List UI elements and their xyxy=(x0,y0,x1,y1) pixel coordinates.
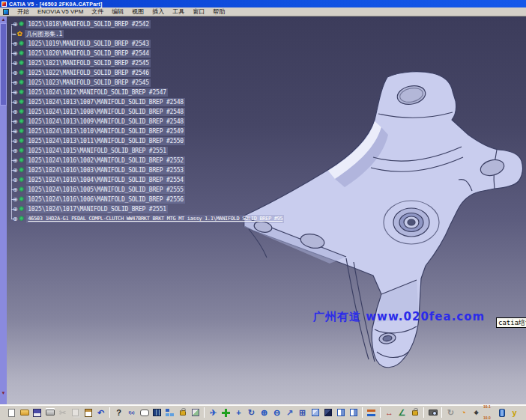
tree-item-label[interactable]: 1025\1022\MANIFOLD_SOLID_BREP #2546 xyxy=(26,69,151,77)
clock-icon[interactable]: ◔ xyxy=(458,407,469,419)
tree-item[interactable]: ⊕✺1025\1024\1016\1004\MANIFOLD_SOLID_BRE… xyxy=(7,175,307,185)
tree-item[interactable]: ⊕✺1025\1023\MANIFOLD_SOLID_BREP #2545 xyxy=(7,78,307,88)
tree-item-label[interactable]: 1025\1024\1013\1010\MANIFOLD_SOLID_BREP … xyxy=(26,127,185,136)
new-document-icon[interactable] xyxy=(6,407,17,419)
tree-item-label[interactable]: 1025\1024\1016\1003\MANIFOLD_SOLID_BREP … xyxy=(26,166,185,174)
tree-item[interactable]: ⊕✺1025\1024\1013\1011\MANIFOLD_SOLID_BRE… xyxy=(7,136,307,146)
menu-item-8[interactable]: 帮助 xyxy=(213,7,225,16)
3d-viewport[interactable]: ▲ ▼ ⊕✺1025\1018\MANIFOLD_SOLID_BREP #254… xyxy=(0,16,526,404)
tree-item[interactable]: ⊕✺1025\1024\1016\1003\MANIFOLD_SOLID_BRE… xyxy=(7,165,307,175)
zoom-out-icon[interactable]: ⊖ xyxy=(271,407,282,419)
expand-node-icon[interactable]: ⊕ xyxy=(13,139,18,144)
iso-view-icon[interactable] xyxy=(309,407,321,419)
menu-item-2[interactable]: 文件 xyxy=(91,7,103,16)
expand-node-icon[interactable]: ⊕ xyxy=(13,216,18,222)
tree-item-selected[interactable]: ⊕✺46503 1HD2A-G1 PEDAL COMPL-CLUTCH WW47… xyxy=(7,214,307,224)
print-icon[interactable] xyxy=(44,407,55,419)
tree-item[interactable]: ⊕✺1025\1024\1013\1009\MANIFOLD_SOLID_BRE… xyxy=(7,117,307,127)
tree-item-label[interactable]: 1025\1024\1015\MANIFOLD_SOLID_BREP #2551 xyxy=(26,147,168,155)
tree-item-label[interactable]: 1025\1024\1016\1002\MANIFOLD_SOLID_BREP … xyxy=(26,156,185,165)
tree-item-label[interactable]: 1025\1024\1013\1007\MANIFOLD_SOLID_BREP … xyxy=(26,98,185,106)
save-icon[interactable] xyxy=(31,407,43,419)
render-style-1-icon[interactable] xyxy=(335,407,346,419)
menu-item-1[interactable]: ENOVIA V5 VPM xyxy=(37,7,83,16)
tree-item-label[interactable]: 1025\1024\1013\1011\MANIFOLD_SOLID_BREP … xyxy=(26,137,185,145)
undo-icon[interactable]: ↶ xyxy=(95,407,106,419)
menu-item-6[interactable]: 工具 xyxy=(172,7,184,16)
tree-item[interactable]: –✿几何图形集.1 xyxy=(7,29,307,39)
tree-item-label[interactable]: 1025\1024\1013\1008\MANIFOLD_SOLID_BREP … xyxy=(26,108,185,116)
scrollbar-thumb[interactable] xyxy=(0,23,7,106)
menu-item-3[interactable]: 编辑 xyxy=(112,7,124,16)
expand-node-icon[interactable]: ⊕ xyxy=(13,51,18,57)
expand-node-icon[interactable]: ⊕ xyxy=(13,197,18,203)
tree-item[interactable]: ⊕✺1025\1024\1012\MANIFOLD_SOLID_BREP #25… xyxy=(7,88,307,97)
shaded-view-icon[interactable] xyxy=(322,407,333,419)
expand-node-icon[interactable]: ⊕ xyxy=(13,207,18,213)
expand-node-icon[interactable]: ⊕ xyxy=(13,129,18,135)
material-icon[interactable] xyxy=(496,407,507,419)
expand-node-icon[interactable]: ⊕ xyxy=(13,22,18,28)
expand-node-icon[interactable]: ⊕ xyxy=(13,187,18,193)
menu-item-0[interactable]: 开始 xyxy=(17,7,29,16)
measure-item-icon[interactable]: ∠ xyxy=(396,407,408,419)
tree-item[interactable]: ⊕✺1025\1024\1016\1006\MANIFOLD_SOLID_BRE… xyxy=(7,195,307,204)
expand-node-icon[interactable]: ⊕ xyxy=(13,168,18,174)
tree-item[interactable]: ⊕✺1025\1024\1013\1010\MANIFOLD_SOLID_BRE… xyxy=(7,127,307,136)
expand-node-icon[interactable]: – xyxy=(13,31,16,37)
chat-icon[interactable] xyxy=(139,407,150,419)
tree-item-label[interactable]: 1025\1019\MANIFOLD_SOLID_BREP #2543 xyxy=(26,40,151,48)
tree-item-label[interactable]: 1025\1024\1017\MANIFOLD_SOLID_BREP #2551 xyxy=(26,205,168,213)
export-icon[interactable] xyxy=(190,407,201,419)
tree-item-label[interactable]: 1025\1024\1016\1004\MANIFOLD_SOLID_BREP … xyxy=(26,176,185,184)
expand-node-icon[interactable]: ⊕ xyxy=(13,119,18,125)
tree-item-label[interactable]: 1025\1020\MANIFOLD_SOLID_BREP #2544 xyxy=(26,49,151,58)
tree-item-label[interactable]: 1025\1024\1016\1005\MANIFOLD_SOLID_BREP … xyxy=(26,186,185,194)
menu-item-7[interactable]: 窗口 xyxy=(193,7,205,16)
expand-node-icon[interactable]: ⊕ xyxy=(13,177,18,183)
multi-view-icon[interactable]: ⊞ xyxy=(297,407,308,419)
tree-item[interactable]: ⊕✺1025\1024\1015\MANIFOLD_SOLID_BREP #25… xyxy=(7,146,307,156)
zoom-in-icon[interactable]: ⊕ xyxy=(259,407,270,419)
lock-icon[interactable] xyxy=(177,407,188,419)
tree-item-label[interactable]: 几何图形集.1 xyxy=(25,30,64,38)
tree-item[interactable]: ⊕✺1025\1024\1013\1007\MANIFOLD_SOLID_BRE… xyxy=(7,97,307,107)
tree-scrollbar[interactable]: ▲ ▼ xyxy=(0,16,7,404)
cut-icon[interactable]: ✂ xyxy=(57,407,68,419)
tree-item-label[interactable]: 1025\1018\MANIFOLD_SOLID_BREP #2542 xyxy=(26,20,151,28)
tree-item[interactable]: ⊕✺1025\1024\1016\1005\MANIFOLD_SOLID_BRE… xyxy=(7,185,307,195)
menu-item-4[interactable]: 视图 xyxy=(132,7,144,16)
expand-node-icon[interactable]: ⊕ xyxy=(13,61,18,67)
tree-item[interactable]: ⊕✺1025\1018\MANIFOLD_SOLID_BREP #2542 xyxy=(7,19,307,29)
expand-node-icon[interactable]: ⊕ xyxy=(13,90,18,96)
tree-item[interactable]: ⊕✺1025\1024\1016\1002\MANIFOLD_SOLID_BRE… xyxy=(7,156,307,165)
scroll-down-icon[interactable]: ▼ xyxy=(0,390,7,397)
expand-node-icon[interactable]: ⊕ xyxy=(13,158,18,164)
tree-item[interactable]: ⊕✺1025\1019\MANIFOLD_SOLID_BREP #2543 xyxy=(7,39,307,49)
expand-node-icon[interactable]: ⊕ xyxy=(13,100,18,106)
axis-system-icon[interactable]: ⌖ xyxy=(471,407,482,419)
camera-icon[interactable] xyxy=(427,407,438,419)
copy-icon[interactable] xyxy=(70,407,81,419)
knowledge-icon[interactable]: y xyxy=(509,407,520,419)
lock-gold-icon[interactable] xyxy=(409,407,420,419)
expand-node-icon[interactable]: ⊕ xyxy=(13,148,18,154)
tree-item[interactable]: ⊕✺1025\1020\MANIFOLD_SOLID_BREP #2544 xyxy=(7,49,307,58)
tree-item[interactable]: ⊕✺1025\1024\1017\MANIFOLD_SOLID_BREP #25… xyxy=(7,204,307,214)
tree-item[interactable]: ⊕✺1025\1021\MANIFOLD_SOLID_BREP #2545 xyxy=(7,58,307,68)
normal-view-icon[interactable]: ↗ xyxy=(284,407,295,419)
expand-node-icon[interactable]: ⊕ xyxy=(13,41,18,47)
rotate-icon[interactable]: ↻ xyxy=(246,407,257,419)
swap-visible-icon[interactable] xyxy=(366,407,377,419)
paste-icon[interactable] xyxy=(82,407,94,419)
fly-mode-icon[interactable]: ✈ xyxy=(208,407,219,419)
expand-node-icon[interactable]: ⊕ xyxy=(13,109,18,115)
structure-icon[interactable] xyxy=(164,407,175,419)
measure-between-icon[interactable]: ↔ xyxy=(384,407,395,419)
tree-item-label[interactable]: 1025\1021\MANIFOLD_SOLID_BREP #2545 xyxy=(26,59,151,67)
tree-item-label[interactable]: 46503 1HD2A-G1 PEDAL COMPL-CLUTCH WW47BR… xyxy=(26,215,284,223)
tolerance-icon[interactable]: 10.1 10.0 xyxy=(483,407,495,419)
fit-all-in-icon[interactable] xyxy=(220,407,232,419)
scroll-up-icon[interactable]: ▲ xyxy=(0,16,7,23)
expand-node-icon[interactable]: ⊕ xyxy=(13,70,18,76)
